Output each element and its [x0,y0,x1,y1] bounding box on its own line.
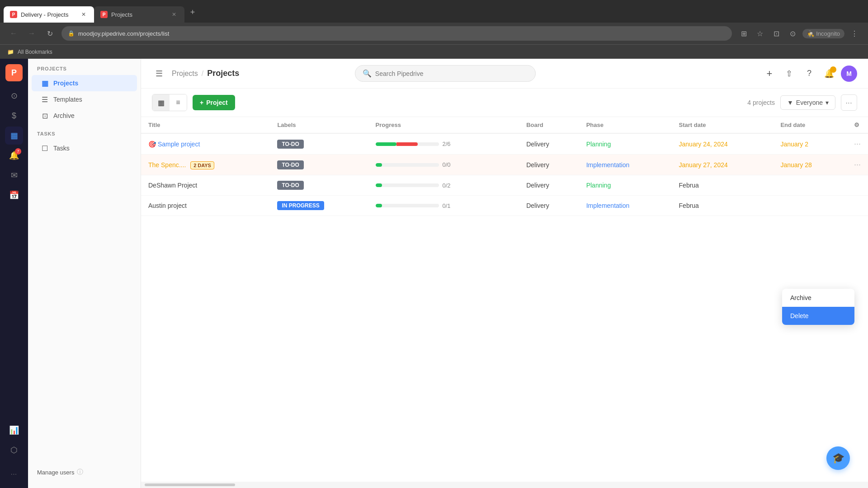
user-avatar[interactable]: M [841,66,857,82]
back-button[interactable]: ← [7,27,20,40]
search-input[interactable] [375,70,528,77]
row4-actions[interactable] [847,196,868,216]
bookmarks-label: All Bookmarks [18,49,52,55]
sidebar-toggle-button[interactable]: ☰ [152,66,166,81]
filter-chevron-icon: ▾ [826,99,829,106]
plus-icon: + [767,68,773,80]
row1-label: TO-DO [277,140,303,149]
row2-actions-icon[interactable]: ··· [854,160,861,169]
row1-progress-cell: 2/6 [368,133,519,155]
projects-sidebar-label: Projects [53,80,78,87]
incognito-badge: 🕵 Incognito [802,29,844,38]
row4-progress-text: 0/1 [443,202,455,209]
nav-deals[interactable]: $ [5,107,23,125]
chrome-menu-button[interactable]: ⋮ [848,27,861,40]
share-icon: ⇧ [786,69,793,79]
row3-title[interactable]: DeShawn Project [148,182,197,189]
row2-board-cell: Delivery [519,155,579,175]
app-logo[interactable]: P [5,64,23,81]
tab-1-label: Delivery - Projects [21,11,68,18]
profile-sync-button[interactable]: ⊙ [786,27,799,40]
nav-projects[interactable]: ▦ [5,127,23,145]
projects-sidebar-icon: ▦ [41,79,49,87]
breadcrumb-separator: / [202,70,203,78]
nav-chart[interactable]: 📊 [5,421,23,439]
row1-actions[interactable]: ··· [847,133,868,155]
sidebar-item-tasks[interactable]: ☐ Tasks [32,140,137,156]
forward-button[interactable]: → [25,27,38,40]
col-progress: Progress [368,117,519,133]
archive-icon: ⊡ [41,112,49,120]
manage-users-link[interactable]: Manage users ⓘ [28,464,141,481]
address-bar[interactable]: 🔒 moodjoy.pipedrive.com/projects/list [61,26,732,41]
tab-1-close[interactable]: ✕ [80,10,88,19]
list-view-button[interactable]: ≡ [170,94,187,111]
horizontal-scrollbar[interactable] [141,482,868,488]
bookmarks-bar: 📁 All Bookmarks [0,44,868,59]
tasks-icon: ☐ [41,144,49,152]
bookmarks-folder-icon: 📁 [7,49,14,55]
dropdown-delete-item[interactable]: Delete [782,307,854,325]
new-tab-button[interactable]: + [186,6,199,19]
nav-box[interactable]: ⬡ [5,441,23,459]
sidebar-item-archive[interactable]: ⊡ Archive [32,108,137,124]
nav-mail[interactable]: ✉ [5,166,23,184]
browser-toolbar: ← → ↻ 🔒 moodjoy.pipedrive.com/projects/l… [0,23,868,44]
column-settings-icon[interactable]: ⚙ [854,122,859,128]
share-button[interactable]: ⇧ [781,66,797,82]
breadcrumb-projects[interactable]: Projects [172,70,198,78]
ellipsis-icon: ··· [846,99,853,106]
board-view-button[interactable]: ▦ [152,94,170,111]
sidebar-item-templates[interactable]: ☰ Templates [32,91,137,108]
table-container: Title Labels Progress Board Phase Start … [141,117,868,488]
chart-icon: 📊 [9,425,19,435]
tab-2-label: Projects [111,11,132,18]
scrollbar-thumb[interactable] [145,483,235,486]
nav-notifications[interactable]: 🔔 7 [5,146,23,164]
browser-tab-2[interactable]: P Projects ✕ [94,6,184,23]
add-button[interactable]: + [761,66,778,82]
row1-actions-icon[interactable]: ··· [854,139,861,148]
extensions-button[interactable]: ⊞ [737,27,750,40]
row4-phase: Implementation [586,202,630,209]
row3-progress-text: 0/2 [443,182,455,189]
row4-title[interactable]: Austin project [148,202,187,209]
notifications-badge: 7 [15,148,21,155]
address-text: moodjoy.pipedrive.com/projects/list [78,30,169,37]
help-icon: ? [807,69,811,78]
col-settings[interactable]: ⚙ [847,117,868,133]
help-button[interactable]: ? [801,66,817,82]
row3-start-date: Februa [672,175,774,196]
row3-end-date [773,175,847,196]
dropdown-archive-item[interactable]: Archive [782,289,854,307]
row3-actions[interactable] [847,175,868,196]
add-project-button[interactable]: + Project [193,95,235,110]
sidebar-item-projects[interactable]: ▦ Projects [32,75,137,91]
support-chat-bubble[interactable]: 🎓 [826,446,850,470]
reload-button[interactable]: ↻ [43,27,56,40]
bookmark-button[interactable]: ☆ [754,27,766,40]
row2-title[interactable]: The Spenc.... [148,161,186,169]
browser-tab-1[interactable]: P Delivery - Projects ✕ [4,6,94,23]
row2-actions[interactable]: ··· [847,155,868,175]
row1-board: Delivery [526,141,549,148]
tab-1-icon: P [10,11,17,18]
more-options-button[interactable]: ··· [841,94,857,111]
nav-calendar[interactable]: 📅 [5,186,23,204]
row4-label: IN PROGRESS [277,201,324,210]
col-end-date: End date [773,117,847,133]
filter-button[interactable]: ▼ Everyone ▾ [780,95,835,110]
tab-2-close[interactable]: ✕ [170,10,178,19]
calendar-icon: 📅 [9,190,19,200]
projects-section-label: PROJECTS [28,66,141,75]
row1-title[interactable]: Sample project [158,141,200,148]
settings-ext-button[interactable]: ⊡ [770,27,783,40]
nav-home[interactable]: ⊙ [5,87,23,105]
notifications-header-button[interactable]: 🔔 [821,66,837,82]
lock-icon: 🔒 [68,30,75,37]
app-container: P ⊙ $ ▦ 🔔 7 ✉ 📅 📊 ⬡ ··· [0,59,868,488]
nav-more[interactable]: ··· [5,465,23,483]
row4-progress-cell: 0/1 [368,196,519,216]
col-labels: Labels [270,117,368,133]
col-board: Board [519,117,579,133]
